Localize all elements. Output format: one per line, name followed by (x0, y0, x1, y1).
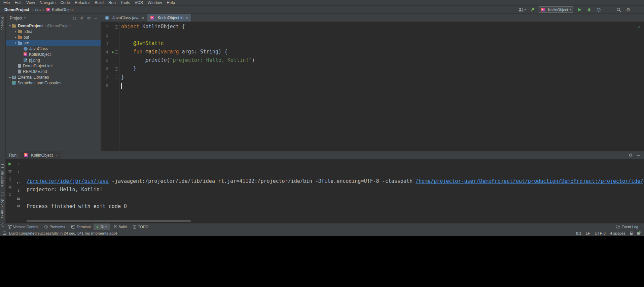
menu-code[interactable]: Code (58, 0, 72, 5)
coverage-button[interactable] (596, 7, 602, 13)
tool-tab-todo[interactable]: TODO (130, 223, 152, 230)
tree-row-pj-png[interactable]: pj.png (6, 57, 101, 63)
tree-row-scratches-and-consoles[interactable]: Scratches and Consoles (6, 80, 101, 86)
tab-kotlinobject-kt[interactable]: KKotlinObject.kt× (147, 14, 191, 22)
fold-icon[interactable]: − (115, 50, 118, 54)
menu-window[interactable]: Window (145, 0, 165, 5)
console-gear-icon[interactable]: ⚙ (7, 192, 13, 197)
background-tasks-icon[interactable] (3, 232, 6, 235)
project-panel-title[interactable]: Project (10, 16, 22, 20)
run-tab[interactable]: K KotlinObject × (21, 151, 61, 159)
tree-open-arrow-icon[interactable]: ▾ (13, 41, 18, 45)
tool-tab-run[interactable]: ▶Run (94, 223, 110, 230)
line-ending[interactable]: LF (586, 231, 590, 235)
tool-tab-version-control[interactable]: Version Control (5, 223, 41, 230)
tree-row-kotlinobject[interactable]: KKotlinObject (6, 51, 101, 57)
fold-icon[interactable]: − (115, 76, 118, 79)
tree-row-out[interactable]: ▸out (6, 34, 101, 40)
run-settings-icon[interactable]: ⚒ (7, 169, 13, 173)
locate-file-icon[interactable]: ◎ (73, 16, 76, 20)
collapse-all-icon[interactable]: ⇵ (80, 16, 83, 20)
code-line[interactable]: 6− } (101, 65, 644, 73)
tree-row-idea[interactable]: ▸.idea (6, 29, 101, 34)
hide-console-icon[interactable]: ─ (637, 153, 640, 158)
menu-run[interactable]: Run (106, 0, 118, 5)
code-line[interactable]: 1−object KotlinObject { (101, 23, 644, 31)
settings-gear-icon[interactable]: ⚙ (625, 7, 631, 13)
clear-all-icon[interactable]: ⊠ (16, 204, 21, 208)
tree-row-demoproject[interactable]: ▾DemoProject~/DemoProject (6, 23, 101, 29)
console-link[interactable]: /home/projector-user/DemoProject/out/pro… (416, 178, 644, 184)
encoding[interactable]: UTF-8 (595, 231, 606, 235)
indent-style[interactable]: 4 spaces (610, 231, 625, 235)
print-icon[interactable]: ▤ (16, 196, 21, 200)
menu-tools[interactable]: Tools (118, 0, 132, 5)
hide-panel-icon[interactable]: ─ (94, 16, 97, 20)
inspections-ok-icon[interactable]: ✓ (638, 24, 641, 29)
tool-tab-problems[interactable]: Problems (41, 223, 68, 230)
tree-row-demoproject-iml[interactable]: DemoProject.iml (6, 63, 101, 69)
code-line[interactable]: 8 (101, 81, 644, 90)
screenshot-icon[interactable]: ◉ (7, 184, 13, 189)
tree-row-javaclass[interactable]: CJavaClass (6, 46, 101, 51)
code-line[interactable]: 5 println("projector: Hello, Kotlin!") (101, 56, 644, 65)
menu-file[interactable]: File (1, 0, 12, 5)
close-icon[interactable]: × (186, 16, 188, 20)
close-icon[interactable]: × (56, 153, 58, 157)
tree-closed-arrow-icon[interactable]: ▸ (13, 36, 18, 39)
collaboration-users-icon[interactable]: ▾ (518, 7, 526, 13)
code-line[interactable]: 4▶− fun main(vararg args: String) { (101, 48, 644, 56)
notifications-bell-icon[interactable] (637, 232, 640, 235)
console[interactable]: /projector/ide/jbr/bin/java -javaagent:/… (23, 159, 644, 223)
tree-row-readme-md[interactable]: README.md (6, 69, 101, 74)
stripe-tool-icon[interactable] (1, 223, 4, 227)
code-line[interactable]: 2 (101, 31, 644, 39)
rerun-icon[interactable]: ▶ (7, 161, 13, 166)
stripe-tool-icon[interactable] (1, 164, 4, 168)
tool-tab-event-log[interactable]: Event Log (613, 223, 641, 230)
stripe-tool-icon[interactable] (1, 193, 4, 196)
code-line[interactable]: 3 @JvmStatic (101, 39, 644, 48)
tree-closed-arrow-icon[interactable]: ▸ (13, 30, 18, 33)
menu-help[interactable]: Help (164, 0, 177, 5)
breadcrumb-item-src[interactable]: src (35, 7, 41, 12)
horizontal-scrollbar[interactable] (27, 220, 191, 222)
soft-wrap-icon[interactable]: ↩ (16, 180, 21, 185)
menu-edit[interactable]: Edit (12, 0, 24, 5)
lock-icon[interactable] (630, 233, 633, 235)
console-link[interactable]: /projector/ide/jbr/bin/java (27, 178, 109, 184)
stripe-bookmarks-button[interactable]: Bookmarks (1, 199, 5, 219)
menu-refactor[interactable]: Refactor (72, 0, 92, 5)
down-stack-trace-icon[interactable]: ↓ (16, 169, 21, 173)
run-config-combo[interactable]: K KotlinObject ▾ (539, 6, 573, 13)
menu-vcs[interactable]: VCS (132, 0, 145, 5)
caret-position[interactable]: 8:1 (576, 231, 581, 235)
tree-row-external-libraries[interactable]: ▸External Libraries (6, 74, 101, 80)
tree-row-src[interactable]: ▾src (6, 40, 101, 46)
build-hammer-icon[interactable] (529, 7, 535, 13)
tool-tab-build[interactable]: ⚒Build (110, 223, 130, 230)
breadcrumb-item-kotlinobject[interactable]: KKotlinObject (46, 7, 74, 12)
tool-tab-terminal[interactable]: Terminal (68, 223, 94, 230)
up-stack-trace-icon[interactable]: ↑ (16, 161, 21, 166)
breadcrumb-item-demoproject[interactable]: DemoProject (4, 7, 29, 12)
code-area[interactable]: 1−object KotlinObject {23 @JvmStatic4▶− … (101, 22, 644, 151)
code-line[interactable]: 7−} (101, 73, 644, 81)
run-line-icon[interactable]: ▶ (112, 50, 114, 54)
stripe-structure-button[interactable]: Structure (1, 170, 5, 187)
tree-closed-arrow-icon[interactable]: ▸ (8, 76, 12, 79)
search-icon[interactable] (616, 7, 622, 13)
debug-button[interactable] (586, 7, 592, 13)
close-icon[interactable]: × (142, 16, 144, 20)
run-button[interactable] (577, 7, 583, 13)
pause-output-icon[interactable]: ∥ (7, 177, 13, 181)
fold-icon[interactable]: − (115, 25, 118, 29)
tree-open-arrow-icon[interactable]: ▾ (8, 24, 12, 28)
menu-build[interactable]: Build (92, 0, 106, 5)
fold-icon[interactable]: − (115, 67, 118, 71)
minimize-icon[interactable]: ─ (635, 7, 641, 13)
stripe-project-button[interactable]: Project (1, 17, 5, 30)
scroll-to-end-icon[interactable]: ↧ (16, 188, 21, 193)
menu-view[interactable]: View (24, 0, 37, 5)
console-settings-icon[interactable]: ⚙ (629, 153, 633, 158)
